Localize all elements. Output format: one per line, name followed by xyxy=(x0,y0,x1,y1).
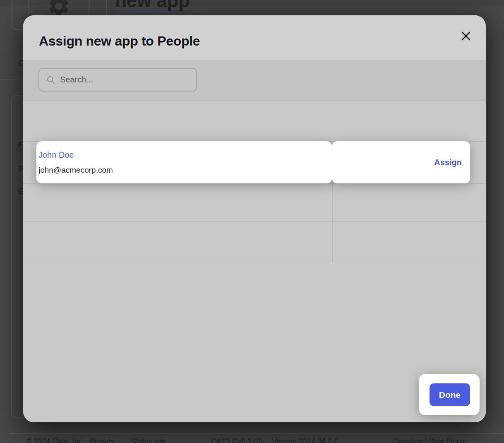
search-box[interactable] xyxy=(38,68,197,91)
footer-version-info: Version 2024.04.0 C xyxy=(272,437,339,443)
row-divider xyxy=(23,183,486,184)
person-row-highlighted: John Doe john@acmecorp.com Assign xyxy=(36,141,470,183)
row-divider xyxy=(23,262,486,262)
background-label-clipped: C xyxy=(18,58,23,68)
assign-app-modal: Assign new app to People xyxy=(23,15,486,422)
search-input[interactable] xyxy=(60,75,184,84)
footer-cell-info: OK12 Cell (US) xyxy=(211,437,262,443)
done-button-highlight-card: Done xyxy=(419,374,480,415)
modal-title: Assign new app to People xyxy=(39,34,200,49)
background-app-title: new app xyxy=(115,0,190,12)
background-label-clipped: P xyxy=(18,164,23,174)
person-info-cell: John Doe john@acmecorp.com xyxy=(36,141,332,183)
background-label-clipped: F xyxy=(18,141,22,149)
background-label-clipped: G xyxy=(18,187,23,196)
person-name-link[interactable]: John Doe xyxy=(38,150,332,160)
people-list: John Doe john@acmecorp.com Assign xyxy=(23,101,486,422)
footer-privacy-link: Privacy xyxy=(90,437,114,443)
person-action-cell: Assign xyxy=(332,141,470,183)
assign-button[interactable]: Assign xyxy=(434,158,462,167)
footer-divider xyxy=(10,433,504,434)
close-icon xyxy=(461,31,471,41)
footer-download-plugin-link: Download Okta Plugin xyxy=(393,437,467,443)
search-icon xyxy=(47,76,55,84)
footer-status-link: Status site xyxy=(131,437,166,443)
search-section xyxy=(23,60,486,101)
row-divider xyxy=(23,222,486,222)
modal-header: Assign new app to People xyxy=(23,15,486,60)
footer-copyright: © 2024 Okta, Inc. xyxy=(26,437,84,443)
background-left-strip: C F P G xyxy=(0,0,23,443)
close-button[interactable] xyxy=(459,29,473,43)
done-button[interactable]: Done xyxy=(430,383,470,406)
screen: new app C F P G © 2024 Okta, Inc. Privac… xyxy=(0,0,504,443)
person-email: john@acmecorp.com xyxy=(38,166,332,175)
